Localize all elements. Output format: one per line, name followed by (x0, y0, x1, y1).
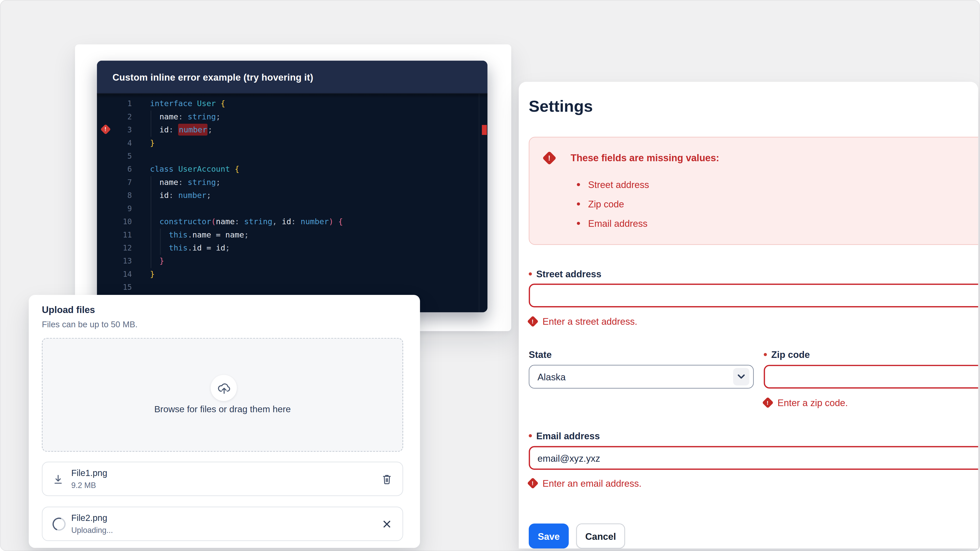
cancel-button[interactable]: Cancel (576, 524, 625, 548)
error-diamond-icon: ! (527, 477, 538, 489)
code-token: } (159, 256, 164, 265)
email-address-input[interactable] (529, 446, 978, 470)
code-token: . (188, 230, 192, 239)
code-token (150, 217, 159, 226)
code-token (183, 112, 188, 121)
code-line: 1interface User { (97, 97, 488, 110)
code-token (150, 243, 169, 252)
code-token: : (169, 191, 173, 200)
code-line: 11 this.name = name; (97, 228, 488, 241)
code-token: : (235, 217, 239, 226)
error-summary-item: Street address (577, 179, 649, 190)
line-number: 12 (97, 243, 132, 252)
code-token (183, 178, 188, 187)
required-dot (529, 434, 532, 437)
delete-file-button[interactable] (379, 471, 395, 487)
code-token: id (282, 217, 291, 226)
line-number: 11 (97, 230, 132, 239)
code-token (173, 191, 178, 200)
save-button[interactable]: Save (529, 524, 569, 548)
state-select[interactable]: Alaska (529, 365, 754, 389)
code-token (221, 230, 225, 239)
cancel-upload-button[interactable] (379, 516, 395, 532)
email-address-label: Email address (529, 430, 600, 441)
code-token (173, 164, 178, 174)
code-token (296, 217, 301, 226)
error-summary-title: These fields are missing values: (571, 152, 719, 164)
code-token (277, 217, 282, 226)
scrollbar-error-mark (482, 125, 487, 135)
code-token: string (188, 178, 216, 187)
code-token: this (169, 230, 188, 239)
code-token: name (225, 230, 244, 239)
page: Custom inline error example (try hoverin… (0, 0, 980, 551)
code-token (216, 99, 221, 108)
code-token: ) (329, 217, 333, 226)
code-token: id (192, 243, 202, 252)
error-token[interactable]: number (178, 124, 207, 136)
code-line: 2 name: string; (97, 110, 488, 123)
code-token (334, 217, 338, 226)
chevron-down-icon (733, 368, 749, 386)
line-number: 9 (97, 204, 132, 213)
code-token: : (178, 112, 183, 121)
code-token: class (150, 164, 173, 174)
code-token: ; (225, 243, 230, 252)
street-address-input[interactable] (529, 284, 978, 307)
code-token: ; (216, 112, 221, 121)
dropzone-text: Browse for files or drag them here (43, 404, 403, 414)
code-line: 5 (97, 149, 488, 162)
zip-code-input[interactable] (764, 365, 978, 389)
error-summary-item: Email address (577, 218, 649, 229)
editor-code-area[interactable]: 1interface User {2 name: string;3 id: nu… (97, 94, 488, 312)
file-name: File1.png (71, 468, 107, 478)
spinner-icon (50, 515, 68, 532)
form-actions: Save Cancel (529, 524, 625, 548)
code-token: ; (207, 191, 211, 200)
error-diamond-icon: ! (762, 397, 773, 408)
line-number: 2 (97, 112, 132, 121)
code-token: name (159, 178, 178, 187)
line-number: 8 (97, 191, 132, 200)
street-address-label: Street address (529, 268, 601, 279)
code-line: 10 constructor(name: string, id: number)… (97, 215, 488, 228)
code-token (192, 99, 197, 108)
code-token: name (192, 230, 211, 239)
code-line: 8 id: number; (97, 189, 488, 202)
required-dot (764, 353, 767, 356)
file-dropzone[interactable]: Browse for files or drag them here (42, 338, 403, 452)
indent-guide (151, 176, 151, 268)
editor-title: Custom inline error example (try hoverin… (113, 71, 313, 82)
code-token (173, 125, 178, 135)
upload-subtitle: Files can be up to 50 MB. (42, 320, 138, 329)
code-token: this (169, 243, 188, 252)
code-line: 12 this.id = id; (97, 241, 488, 254)
street-address-error: ! Enter a street address. (529, 316, 638, 327)
alert-diamond-icon: ! (542, 151, 556, 165)
settings-panel: Settings ! These fields are missing valu… (519, 82, 978, 548)
code-token: } (150, 138, 155, 148)
code-token: { (338, 217, 343, 226)
state-value: Alaska (538, 372, 566, 382)
bullet-icon (577, 221, 580, 224)
zip-code-label: Zip code (764, 349, 810, 360)
code-token (150, 230, 169, 239)
indent-guide (151, 110, 151, 137)
error-summary: ! These fields are missing values: Stree… (529, 137, 978, 245)
code-token: UserAccount (178, 164, 230, 174)
code-token (211, 243, 216, 252)
line-number: 15 (97, 283, 132, 291)
file-row: File2.png Uploading... (42, 507, 403, 541)
file-status: Uploading... (71, 526, 113, 535)
required-dot (529, 272, 532, 275)
code-token (150, 178, 159, 187)
code-token: } (150, 269, 155, 279)
code-token: id (159, 125, 169, 135)
code-token: string (188, 112, 216, 121)
code-token (150, 112, 159, 121)
code-token (239, 217, 244, 226)
code-token: = (207, 243, 211, 252)
code-line: 7 name: string; (97, 176, 488, 189)
code-token: : (291, 217, 296, 226)
code-token: name (159, 112, 178, 121)
